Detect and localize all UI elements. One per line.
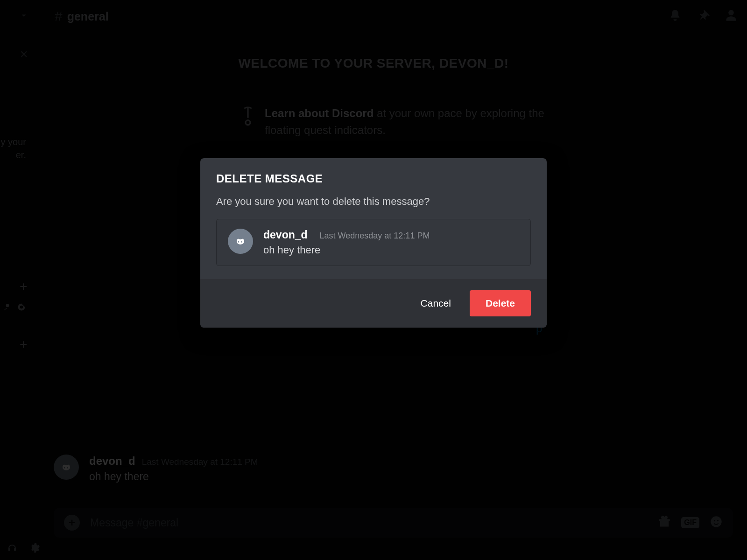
modal-message-preview: devon_d Last Wednesday at 12:11 PM oh he… <box>216 219 531 266</box>
preview-username: devon_d <box>263 229 308 241</box>
preview-timestamp: Last Wednesday at 12:11 PM <box>320 231 430 241</box>
modal-overlay[interactable]: DELETE MESSAGE Are you sure you want to … <box>0 0 747 560</box>
delete-message-modal: DELETE MESSAGE Are you sure you want to … <box>200 158 547 328</box>
modal-footer: Cancel Delete <box>200 279 547 328</box>
preview-text: oh hey there <box>263 244 430 256</box>
cancel-button[interactable]: Cancel <box>415 290 457 316</box>
modal-title: DELETE MESSAGE <box>216 172 531 185</box>
preview-avatar <box>228 229 253 254</box>
modal-question: Are you sure you want to delete this mes… <box>200 189 547 219</box>
delete-button[interactable]: Delete <box>470 290 531 316</box>
